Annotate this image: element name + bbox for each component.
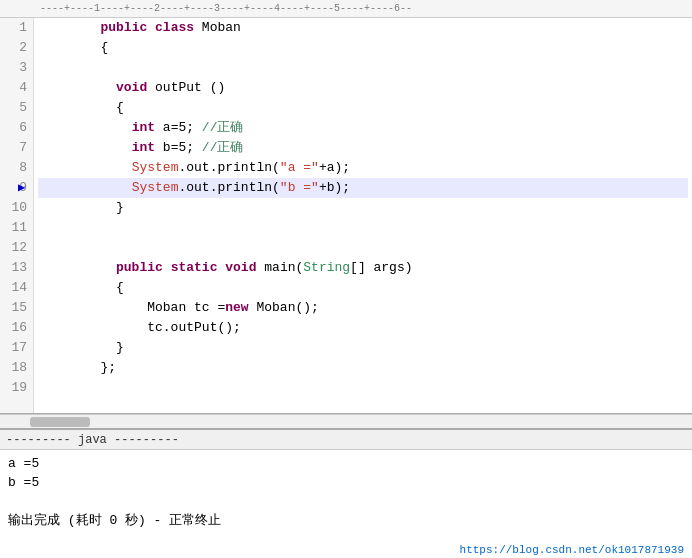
console-line: 输出完成 (耗时 0 秒) - 正常终止 (8, 511, 684, 530)
console-line: b =5 (8, 473, 684, 492)
watermark: https://blog.csdn.net/ok1017871939 (0, 542, 692, 558)
line-number-8: 8 (6, 158, 27, 178)
line-number-4: 4 (6, 78, 27, 98)
code-line-17: } (38, 338, 688, 358)
console-body: a =5b =5 输出完成 (耗时 0 秒) - 正常终止 (0, 450, 692, 542)
line-number-11: 11 (6, 218, 27, 238)
code-line-9: ▶ System.out.println("b ="+b); (38, 178, 688, 198)
code-line-18: }; (38, 358, 688, 378)
code-line-13: public static void main(String[] args) (38, 258, 688, 278)
line-number-12: 12 (6, 238, 27, 258)
code-line-5: { (38, 98, 688, 118)
code-line-2: { (38, 38, 688, 58)
console-header: --------- java --------- (0, 430, 692, 450)
code-line-15: Moban tc =new Moban(); (38, 298, 688, 318)
line-number-17: 17 (6, 338, 27, 358)
line-number-2: 2 (6, 38, 27, 58)
line-number-14: 14 (6, 278, 27, 298)
code-line-3 (38, 58, 688, 78)
code-line-6: int a=5; //正确 (38, 118, 688, 138)
line-number-5: 5 (6, 98, 27, 118)
code-line-16: tc.outPut(); (38, 318, 688, 338)
current-line-arrow: ▶ (18, 178, 25, 198)
line-number-19: 19 (6, 378, 27, 398)
code-line-14: { (38, 278, 688, 298)
line-number-15: 15 (6, 298, 27, 318)
line-number-13: 13 (6, 258, 27, 278)
line-number-1: 1 (6, 18, 27, 38)
code-container[interactable]: 12345678910111213141516171819 public cla… (0, 18, 692, 413)
line-number-3: 3 (6, 58, 27, 78)
code-line-12 (38, 238, 688, 258)
console-line: a =5 (8, 454, 684, 473)
line-number-10: 10 (6, 198, 27, 218)
line-number-16: 16 (6, 318, 27, 338)
code-line-8: System.out.println("a ="+a); (38, 158, 688, 178)
code-lines[interactable]: public class Moban { void outPut () { in… (34, 18, 692, 413)
line-number-6: 6 (6, 118, 27, 138)
ruler-ticks: ----+----1----+----2----+----3----+----4… (0, 0, 412, 17)
code-line-11 (38, 218, 688, 238)
horizontal-scrollbar[interactable] (0, 414, 692, 428)
line-number-18: 18 (6, 358, 27, 378)
code-line-1: public class Moban (38, 18, 688, 38)
code-line-10: } (38, 198, 688, 218)
console-area: --------- java --------- a =5b =5 输出完成 (… (0, 428, 692, 558)
code-line-7: int b=5; //正确 (38, 138, 688, 158)
line-number-7: 7 (6, 138, 27, 158)
code-line-4: void outPut () (38, 78, 688, 98)
ruler: ----+----1----+----2----+----3----+----4… (0, 0, 692, 18)
console-line (8, 492, 684, 511)
editor-area[interactable]: 12345678910111213141516171819 public cla… (0, 18, 692, 414)
scrollbar-thumb[interactable] (30, 417, 90, 427)
line-numbers: 12345678910111213141516171819 (0, 18, 34, 413)
code-line-19 (38, 378, 688, 398)
